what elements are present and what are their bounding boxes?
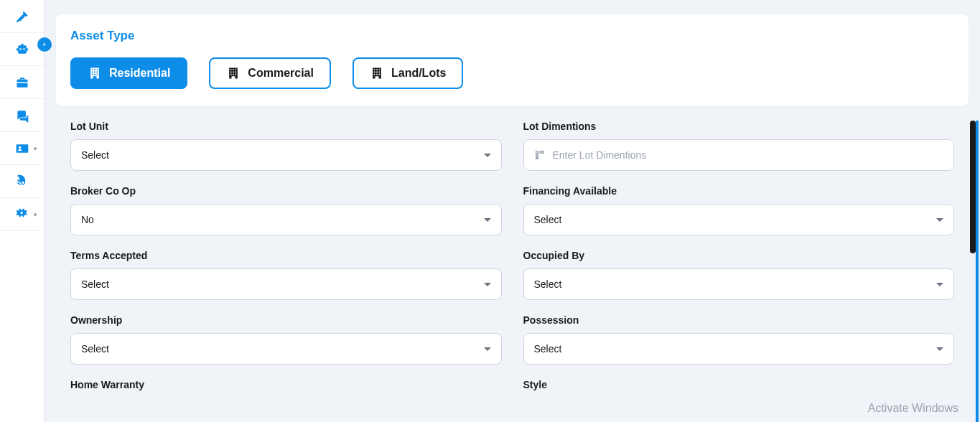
- form-group-home-warranty: Home Warranty: [70, 379, 502, 398]
- caret-down-icon: [484, 283, 491, 286]
- select-terms-accepted[interactable]: Select: [70, 268, 502, 300]
- sidebar-item-hammer[interactable]: [0, 0, 44, 33]
- robot-icon: [15, 42, 29, 57]
- asset-type-residential[interactable]: Residential: [70, 57, 187, 89]
- indicator-dot: [34, 213, 37, 216]
- form-group-lot-dimensions: Lot Dimentions: [523, 121, 955, 171]
- label-lot-dimensions: Lot Dimentions: [523, 121, 955, 132]
- gears-icon: [15, 207, 29, 222]
- main-content: Asset Type Residential Commercial Land/L…: [45, 0, 980, 422]
- label-financing-available: Financing Available: [523, 185, 955, 197]
- caret-down-icon: [484, 218, 491, 222]
- caret-down-icon: [484, 154, 491, 157]
- caret-down-icon: [936, 283, 943, 286]
- chevron-right-icon: [41, 41, 48, 48]
- select-value: Select: [534, 343, 562, 355]
- select-ownership[interactable]: Select: [70, 333, 502, 365]
- label-possession: Possession: [523, 314, 955, 326]
- contact-card-icon: [15, 141, 29, 156]
- blog-icon: [15, 174, 29, 189]
- input-lot-dimensions[interactable]: [553, 149, 944, 161]
- sidebar: [0, 0, 45, 422]
- label-home-warranty: Home Warranty: [70, 379, 502, 390]
- form-grid: Lot Unit Select Lot Dimentions Broker Co…: [70, 121, 954, 398]
- select-value: Select: [81, 343, 109, 355]
- asset-type-card: Asset Type Residential Commercial Land/L…: [56, 14, 969, 106]
- sidebar-item-briefcase[interactable]: [0, 66, 44, 99]
- hammer-icon: [15, 9, 29, 24]
- form-group-lot-unit: Lot Unit Select: [70, 121, 502, 171]
- ruler-icon: [534, 149, 546, 161]
- caret-down-icon: [936, 218, 943, 222]
- sidebar-expand-button[interactable]: [37, 37, 52, 52]
- label-ownership: Ownership: [70, 314, 502, 326]
- form-group-broker-co-op: Broker Co Op No: [70, 185, 502, 235]
- select-value: Select: [534, 214, 562, 225]
- asset-type-landlots[interactable]: Land/Lots: [353, 57, 463, 89]
- select-broker-co-op[interactable]: No: [70, 204, 502, 235]
- select-value: Select: [81, 278, 109, 290]
- asset-type-buttons: Residential Commercial Land/Lots: [70, 57, 954, 89]
- sidebar-item-robot[interactable]: [0, 33, 44, 66]
- asset-type-label: Residential: [109, 67, 170, 80]
- select-lot-unit[interactable]: Select: [70, 139, 502, 171]
- select-occupied-by[interactable]: Select: [523, 268, 955, 300]
- select-possession[interactable]: Select: [523, 333, 955, 365]
- caret-down-icon: [484, 347, 491, 351]
- form-group-style: Style: [523, 379, 955, 398]
- form-group-possession: Possession Select: [523, 314, 955, 365]
- form-area: Lot Unit Select Lot Dimentions Broker Co…: [56, 121, 969, 422]
- label-terms-accepted: Terms Accepted: [70, 250, 502, 261]
- select-value: Select: [81, 149, 109, 161]
- indicator-dot: [34, 147, 37, 150]
- select-value: No: [81, 214, 94, 225]
- sidebar-item-blog[interactable]: [0, 165, 44, 198]
- scroll-indicator: [976, 121, 979, 422]
- select-value: Select: [534, 278, 562, 290]
- label-broker-co-op: Broker Co Op: [70, 185, 502, 197]
- card-title: Asset Type: [70, 29, 954, 43]
- select-financing-available[interactable]: Select: [523, 204, 955, 235]
- label-occupied-by: Occupied By: [523, 250, 955, 261]
- chat-icon: [15, 108, 29, 123]
- asset-type-label: Land/Lots: [391, 67, 446, 80]
- label-style: Style: [523, 379, 955, 390]
- scrollbar[interactable]: [970, 121, 976, 253]
- form-group-financing-available: Financing Available Select: [523, 185, 955, 235]
- form-group-terms-accepted: Terms Accepted Select: [70, 250, 502, 300]
- input-wrap-lot-dimensions: [523, 139, 955, 171]
- label-lot-unit: Lot Unit: [70, 121, 502, 132]
- scrollbar-thumb[interactable]: [970, 121, 976, 253]
- asset-type-commercial[interactable]: Commercial: [209, 57, 331, 89]
- asset-type-label: Commercial: [248, 67, 314, 80]
- briefcase-icon: [15, 75, 29, 90]
- building-icon: [370, 66, 384, 80]
- sidebar-item-contact[interactable]: [0, 132, 44, 165]
- caret-down-icon: [936, 347, 943, 351]
- sidebar-item-chat[interactable]: [0, 99, 44, 132]
- form-group-occupied-by: Occupied By Select: [523, 250, 955, 300]
- sidebar-item-settings[interactable]: [0, 198, 44, 231]
- form-group-ownership: Ownership Select: [70, 314, 502, 365]
- building-icon: [88, 66, 102, 80]
- building-icon: [226, 66, 241, 80]
